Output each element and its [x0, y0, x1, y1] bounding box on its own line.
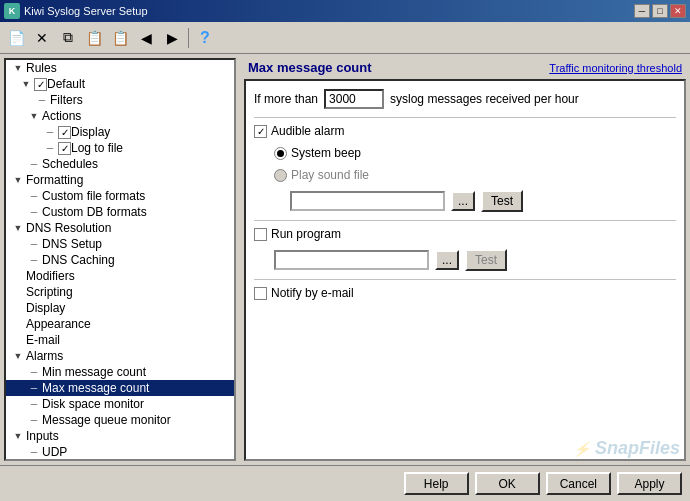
system-beep-radio[interactable]: [274, 147, 287, 160]
tree-item-log-to-file[interactable]: ─ Log to file: [6, 140, 234, 156]
tree-item-scripting[interactable]: Scripting: [6, 284, 234, 300]
system-beep-label[interactable]: System beep: [274, 146, 361, 160]
paste-button-1[interactable]: 📋: [82, 26, 106, 50]
checkbox-log-to-file[interactable]: [58, 142, 71, 155]
cancel-button[interactable]: Cancel: [546, 472, 611, 495]
traffic-monitoring-link[interactable]: Traffic monitoring threshold: [549, 62, 682, 74]
expand-inputs[interactable]: ▼: [10, 431, 26, 441]
tree-item-filters[interactable]: ─ Filters: [6, 92, 234, 108]
tree-item-dns-resolution[interactable]: ▼ DNS Resolution: [6, 220, 234, 236]
help-icon-button[interactable]: ?: [193, 26, 217, 50]
run-test-button[interactable]: Test: [465, 249, 507, 271]
tree-panel[interactable]: ▼ Rules ▼ Default ─ Filters ▼: [4, 58, 236, 461]
run-browse-button[interactable]: ...: [435, 250, 459, 270]
checkbox-default[interactable]: [34, 78, 47, 91]
back-button[interactable]: ◀: [134, 26, 158, 50]
app-icon: K: [4, 3, 20, 19]
tree-item-modifiers[interactable]: Modifiers: [6, 268, 234, 284]
run-program-text: Run program: [271, 227, 341, 241]
system-beep-text: System beep: [291, 146, 361, 160]
copy-button[interactable]: ⧉: [56, 26, 80, 50]
tree-item-appearance[interactable]: Appearance: [6, 316, 234, 332]
tree-item-display2[interactable]: Display: [6, 300, 234, 316]
run-program-row: Run program: [254, 227, 676, 241]
tree-item-max-message-count[interactable]: ─ Max message count: [6, 380, 234, 396]
expand-rules[interactable]: ▼: [10, 63, 26, 73]
minimize-button[interactable]: ─: [634, 4, 650, 18]
expand-default[interactable]: ▼: [18, 79, 34, 89]
checkbox-display[interactable]: [58, 126, 71, 139]
threshold-row: If more than syslog messages received pe…: [254, 89, 676, 109]
tree-item-disk-space-monitor[interactable]: ─ Disk space monitor: [6, 396, 234, 412]
threshold-value-input[interactable]: [324, 89, 384, 109]
watermark: ⚡ SnapFiles: [573, 438, 680, 459]
bottom-bar: Help OK Cancel Apply: [0, 465, 690, 501]
tree-item-message-queue-monitor[interactable]: ─ Message queue monitor: [6, 412, 234, 428]
tree-item-dns-setup[interactable]: ─ DNS Setup: [6, 236, 234, 252]
expand-actions[interactable]: ▼: [26, 111, 42, 121]
paste-button-2[interactable]: 📋: [108, 26, 132, 50]
play-sound-row: Play sound file: [274, 168, 676, 182]
delete-button[interactable]: ✕: [30, 26, 54, 50]
tree-item-display[interactable]: ─ Display: [6, 124, 234, 140]
run-program-checkbox[interactable]: [254, 228, 267, 241]
main-area: ▼ Rules ▼ Default ─ Filters ▼: [0, 54, 690, 465]
threshold-prefix-label: If more than: [254, 92, 318, 106]
tree-item-custom-file-formats[interactable]: ─ Custom file formats: [6, 188, 234, 204]
tree-item-email[interactable]: E-mail: [6, 332, 234, 348]
tree-item-rules[interactable]: ▼ Rules: [6, 60, 234, 76]
titlebar: K Kiwi Syslog Server Setup ─ □ ✕: [0, 0, 690, 22]
right-panel: Max message count Traffic monitoring thr…: [240, 54, 690, 465]
sound-file-input[interactable]: [290, 191, 445, 211]
tree-item-inputs[interactable]: ▼ Inputs: [6, 428, 234, 444]
new-button[interactable]: 📄: [4, 26, 28, 50]
audible-alarm-row: Audible alarm: [254, 124, 676, 138]
tree-item-default[interactable]: ▼ Default: [6, 76, 234, 92]
threshold-suffix-label: syslog messages received per hour: [390, 92, 579, 106]
audible-alarm-label[interactable]: Audible alarm: [254, 124, 344, 138]
expand-alarms[interactable]: ▼: [10, 351, 26, 361]
play-sound-radio[interactable]: [274, 169, 287, 182]
ok-button[interactable]: OK: [475, 472, 540, 495]
window-title: Kiwi Syslog Server Setup: [24, 5, 148, 17]
play-sound-label[interactable]: Play sound file: [274, 168, 369, 182]
play-sound-text: Play sound file: [291, 168, 369, 182]
notify-email-row: Notify by e-mail: [254, 286, 676, 300]
run-program-label[interactable]: Run program: [254, 227, 341, 241]
expand-formatting[interactable]: ▼: [10, 175, 26, 185]
tree-item-dns-caching[interactable]: ─ DNS Caching: [6, 252, 234, 268]
sound-file-row: ... Test: [290, 190, 676, 212]
sound-browse-button[interactable]: ...: [451, 191, 475, 211]
notify-email-text: Notify by e-mail: [271, 286, 354, 300]
tree-item-tcp[interactable]: ─ TCP: [6, 460, 234, 461]
tree-item-schedules[interactable]: ─ Schedules: [6, 156, 234, 172]
maximize-button[interactable]: □: [652, 4, 668, 18]
help-button[interactable]: Help: [404, 472, 469, 495]
close-button[interactable]: ✕: [670, 4, 686, 18]
system-beep-row: System beep: [274, 146, 676, 160]
tree-item-udp[interactable]: ─ UDP: [6, 444, 234, 460]
apply-button[interactable]: Apply: [617, 472, 682, 495]
expand-dns[interactable]: ▼: [10, 223, 26, 233]
tree-item-alarms[interactable]: ▼ Alarms: [6, 348, 234, 364]
settings-area: If more than syslog messages received pe…: [244, 79, 686, 461]
tree-item-custom-db-formats[interactable]: ─ Custom DB formats: [6, 204, 234, 220]
toolbar: 📄 ✕ ⧉ 📋 📋 ◀ ▶ ?: [0, 22, 690, 54]
notify-email-checkbox[interactable]: [254, 287, 267, 300]
audible-alarm-text: Audible alarm: [271, 124, 344, 138]
tree-item-min-message-count[interactable]: ─ Min message count: [6, 364, 234, 380]
content-header: Max message count Traffic monitoring thr…: [244, 58, 686, 79]
sound-test-button[interactable]: Test: [481, 190, 523, 212]
audible-alarm-checkbox[interactable]: [254, 125, 267, 138]
notify-email-label[interactable]: Notify by e-mail: [254, 286, 354, 300]
content-title: Max message count: [248, 60, 372, 75]
tree-item-actions[interactable]: ▼ Actions: [6, 108, 234, 124]
titlebar-controls: ─ □ ✕: [634, 4, 686, 18]
tree-item-formatting[interactable]: ▼ Formatting: [6, 172, 234, 188]
run-program-input-row: ... Test: [274, 249, 676, 271]
forward-button[interactable]: ▶: [160, 26, 184, 50]
run-program-input[interactable]: [274, 250, 429, 270]
toolbar-separator: [188, 28, 189, 48]
